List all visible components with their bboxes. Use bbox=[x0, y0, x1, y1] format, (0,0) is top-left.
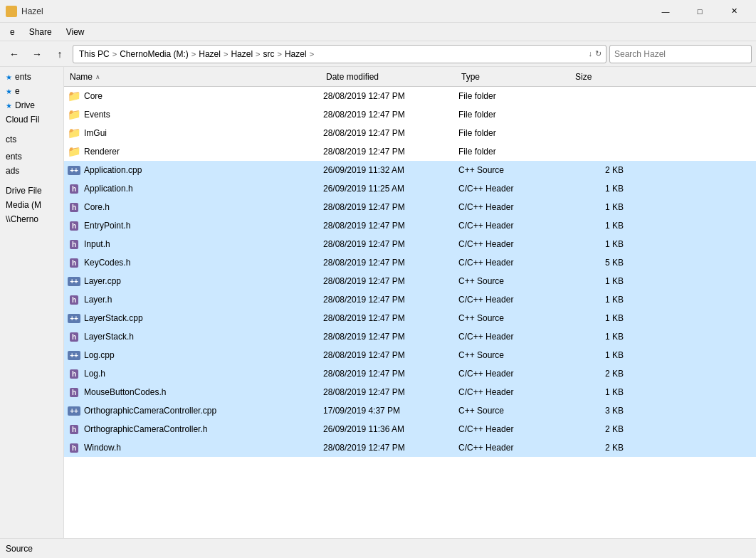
file-row[interactable]: ++ LayerStack.cpp 28/08/2019 12:47 PM C+… bbox=[64, 309, 756, 327]
path-sep-4: > bbox=[256, 50, 260, 58]
file-icon: ++ bbox=[67, 311, 81, 325]
menu-item-file[interactable]: e bbox=[3, 25, 22, 39]
file-date: 26/09/2019 11:25 AM bbox=[323, 184, 458, 194]
main-area: ★ ents ★ e ★ Drive Cloud Fil cts ents ad… bbox=[0, 67, 756, 538]
sidebar-item-label8: Drive File bbox=[6, 186, 42, 196]
path-crumb-hazel3[interactable]: Hazel bbox=[283, 49, 308, 59]
path-crumb-thispc[interactable]: This PC bbox=[78, 49, 111, 59]
file-row[interactable]: ++ OrthographicCameraController.cpp 17/0… bbox=[64, 401, 756, 420]
sidebar-item-cloudfile[interactable]: Cloud Fil bbox=[0, 112, 63, 127]
sidebar-item-ents[interactable]: ★ ents bbox=[0, 70, 63, 84]
file-icon: h bbox=[67, 385, 81, 399]
file-name: Application.cpp bbox=[84, 165, 323, 175]
file-icon: h bbox=[67, 422, 81, 436]
file-date: 17/09/2019 4:37 PM bbox=[323, 406, 458, 416]
file-icon: h bbox=[67, 181, 81, 196]
sidebar-item-e[interactable]: ★ e bbox=[0, 84, 63, 98]
file-row[interactable]: h Application.h 26/09/2019 11:25 AM C/C+… bbox=[64, 179, 756, 198]
status-text: Source bbox=[6, 544, 33, 554]
file-row[interactable]: h Input.h 28/08/2019 12:47 PM C/C++ Head… bbox=[64, 235, 756, 253]
file-type: C/C++ Header bbox=[458, 239, 572, 249]
file-size: 1 KB bbox=[572, 387, 629, 397]
file-row[interactable]: 📁 Events 28/08/2019 12:47 PM File folder bbox=[64, 105, 756, 124]
file-type: C/C++ Header bbox=[458, 295, 572, 305]
file-row[interactable]: h OrthographicCameraController.h 26/09/2… bbox=[64, 420, 756, 438]
file-date: 26/09/2019 11:32 AM bbox=[323, 165, 458, 175]
sidebar-item-label9: Media (M bbox=[6, 200, 41, 210]
file-row[interactable]: ++ Layer.cpp 28/08/2019 12:47 PM C++ Sou… bbox=[64, 272, 756, 290]
file-icon: 📁 bbox=[67, 144, 81, 159]
file-size: 5 KB bbox=[572, 258, 629, 268]
file-icon: ++ bbox=[67, 404, 81, 418]
path-crumb-drive[interactable]: ChernoMedia (M:) bbox=[118, 49, 190, 59]
file-row[interactable]: 📁 Renderer 28/08/2019 12:47 PM File fold… bbox=[64, 142, 756, 161]
file-date: 28/08/2019 12:47 PM bbox=[323, 221, 458, 231]
file-row[interactable]: h Log.h 28/08/2019 12:47 PM C/C++ Header… bbox=[64, 364, 756, 383]
file-row[interactable]: h LayerStack.h 28/08/2019 12:47 PM C/C++… bbox=[64, 327, 756, 346]
sidebar-item-media[interactable]: Media (M bbox=[0, 198, 63, 212]
file-type: C/C++ Header bbox=[458, 443, 572, 453]
sidebar-item-label6: ents bbox=[6, 152, 22, 162]
sidebar-item-ents2[interactable]: ents bbox=[0, 149, 63, 164]
back-button[interactable]: ← bbox=[4, 44, 24, 64]
sidebar-item-label2: e bbox=[15, 86, 20, 96]
file-row[interactable]: h Core.h 28/08/2019 12:47 PM C/C++ Heade… bbox=[64, 198, 756, 216]
path-crumb-hazel1[interactable]: Hazel bbox=[197, 49, 222, 59]
path-sep-5: > bbox=[278, 50, 282, 58]
file-row[interactable]: h Layer.h 28/08/2019 12:47 PM C/C++ Head… bbox=[64, 290, 756, 309]
sidebar-item-cherno[interactable]: \\Cherno bbox=[0, 212, 63, 226]
file-name: Log.h bbox=[84, 369, 323, 379]
file-type: C/C++ Header bbox=[458, 332, 572, 342]
file-icon: h bbox=[67, 367, 81, 381]
file-type: C/C++ Header bbox=[458, 184, 572, 194]
path-crumb-src[interactable]: src bbox=[262, 49, 276, 59]
file-type: C/C++ Header bbox=[458, 258, 572, 268]
file-name: Core.h bbox=[84, 202, 323, 212]
forward-button[interactable]: → bbox=[27, 44, 47, 64]
menu-item-share[interactable]: Share bbox=[22, 25, 59, 39]
file-type: File folder bbox=[458, 147, 572, 157]
window-controls: — □ ✕ bbox=[649, 0, 750, 23]
file-icon: ++ bbox=[67, 163, 81, 177]
minimize-button[interactable]: — bbox=[649, 0, 682, 23]
file-name: Renderer bbox=[84, 147, 323, 157]
sidebar-item-ads[interactable]: ads bbox=[0, 164, 63, 178]
up-button[interactable]: ↑ bbox=[50, 44, 70, 64]
file-row[interactable]: h Window.h 28/08/2019 12:47 PM C/C++ Hea… bbox=[64, 438, 756, 457]
search-input[interactable] bbox=[609, 45, 752, 63]
sidebar-item-label10: \\Cherno bbox=[6, 214, 38, 224]
menu-bar: e Share View bbox=[0, 23, 756, 41]
file-name: Application.h bbox=[84, 184, 323, 194]
file-type: C++ Source bbox=[458, 165, 572, 175]
file-name: LayerStack.cpp bbox=[84, 313, 323, 323]
file-date: 28/08/2019 12:47 PM bbox=[323, 387, 458, 397]
address-path[interactable]: This PC > ChernoMedia (M:) > Hazel > Haz… bbox=[73, 45, 607, 63]
col-header-type[interactable]: Type bbox=[458, 72, 572, 82]
file-date: 26/09/2019 11:36 AM bbox=[323, 424, 458, 434]
file-row[interactable]: h MouseButtonCodes.h 28/08/2019 12:47 PM… bbox=[64, 383, 756, 401]
sidebar-item-cts[interactable]: cts bbox=[0, 132, 63, 147]
file-row[interactable]: ++ Application.cpp 26/09/2019 11:32 AM C… bbox=[64, 161, 756, 179]
file-date: 28/08/2019 12:47 PM bbox=[323, 276, 458, 286]
path-dropdown-arrow[interactable]: ↓ ↻ bbox=[589, 49, 602, 58]
file-row[interactable]: h EntryPoint.h 28/08/2019 12:47 PM C/C++… bbox=[64, 216, 756, 235]
menu-item-view[interactable]: View bbox=[59, 25, 92, 39]
file-type: C/C++ Header bbox=[458, 202, 572, 212]
file-date: 28/08/2019 12:47 PM bbox=[323, 369, 458, 379]
sidebar-item-drivefile[interactable]: Drive File bbox=[0, 184, 63, 198]
sidebar-item-drive[interactable]: ★ Drive bbox=[0, 98, 63, 112]
file-row[interactable]: ++ Log.cpp 28/08/2019 12:47 PM C++ Sourc… bbox=[64, 346, 756, 364]
maximize-button[interactable]: □ bbox=[683, 0, 716, 23]
file-size: 1 KB bbox=[572, 221, 629, 231]
path-crumb-hazel2[interactable]: Hazel bbox=[229, 49, 254, 59]
file-name: OrthographicCameraController.cpp bbox=[84, 406, 323, 416]
col-header-date[interactable]: Date modified bbox=[323, 72, 458, 82]
file-size: 1 KB bbox=[572, 313, 629, 323]
status-bar: Source bbox=[0, 538, 756, 558]
file-row[interactable]: h KeyCodes.h 28/08/2019 12:47 PM C/C++ H… bbox=[64, 253, 756, 272]
col-header-size[interactable]: Size bbox=[572, 72, 629, 82]
file-row[interactable]: 📁 Core 28/08/2019 12:47 PM File folder bbox=[64, 87, 756, 105]
col-header-name[interactable]: Name ∧ bbox=[67, 72, 323, 82]
close-button[interactable]: ✕ bbox=[718, 0, 750, 23]
file-row[interactable]: 📁 ImGui 28/08/2019 12:47 PM File folder bbox=[64, 124, 756, 142]
